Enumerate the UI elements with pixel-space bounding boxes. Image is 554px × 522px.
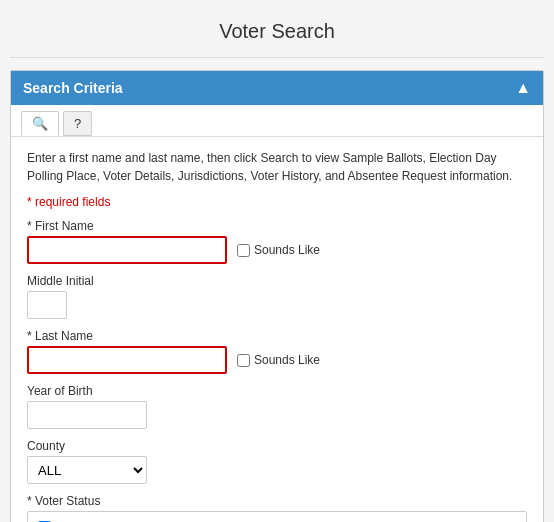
- tab-search[interactable]: 🔍: [21, 111, 59, 136]
- panel-body: Enter a first name and last name, then c…: [11, 137, 543, 522]
- year-of-birth-group: Year of Birth: [27, 384, 527, 429]
- sounds-like-last-text: Sounds Like: [254, 353, 320, 367]
- sounds-like-first-text: Sounds Like: [254, 243, 320, 257]
- last-name-group: * Last Name Sounds Like: [27, 329, 527, 374]
- last-name-row: Sounds Like: [27, 346, 527, 374]
- middle-initial-input[interactable]: [27, 291, 67, 319]
- panel-header-label: Search Criteria: [23, 80, 123, 96]
- first-name-group: * First Name Sounds Like: [27, 219, 527, 264]
- first-name-label: * First Name: [27, 219, 527, 233]
- panel-header[interactable]: Search Criteria ▲: [11, 71, 543, 105]
- last-name-input[interactable]: [27, 346, 227, 374]
- county-select[interactable]: ALL: [27, 456, 147, 484]
- voter-status-group: * Voter Status Registered Removed or Den…: [27, 494, 527, 522]
- search-criteria-panel: Search Criteria ▲ 🔍 ? Enter a first name…: [10, 70, 544, 522]
- sounds-like-last-label[interactable]: Sounds Like: [237, 353, 320, 367]
- first-name-input[interactable]: [27, 236, 227, 264]
- sounds-like-first-label[interactable]: Sounds Like: [237, 243, 320, 257]
- last-name-label: * Last Name: [27, 329, 527, 343]
- instruction-text: Enter a first name and last name, then c…: [27, 149, 527, 185]
- voter-status-label: * Voter Status: [27, 494, 527, 508]
- sounds-like-first-checkbox[interactable]: [237, 244, 250, 257]
- county-group: County ALL: [27, 439, 527, 484]
- year-of-birth-input[interactable]: [27, 401, 147, 429]
- year-of-birth-label: Year of Birth: [27, 384, 527, 398]
- first-name-row: Sounds Like: [27, 236, 527, 264]
- page-title: Voter Search: [10, 10, 544, 58]
- required-note: * required fields: [27, 195, 527, 209]
- chevron-up-icon: ▲: [515, 79, 531, 97]
- county-label: County: [27, 439, 527, 453]
- sounds-like-last-checkbox[interactable]: [237, 354, 250, 367]
- tab-help[interactable]: ?: [63, 111, 92, 136]
- middle-initial-group: Middle Initial: [27, 274, 527, 319]
- middle-initial-label: Middle Initial: [27, 274, 527, 288]
- panel-tabs: 🔍 ?: [11, 105, 543, 137]
- voter-status-box: Registered Removed or Denied: [27, 511, 527, 522]
